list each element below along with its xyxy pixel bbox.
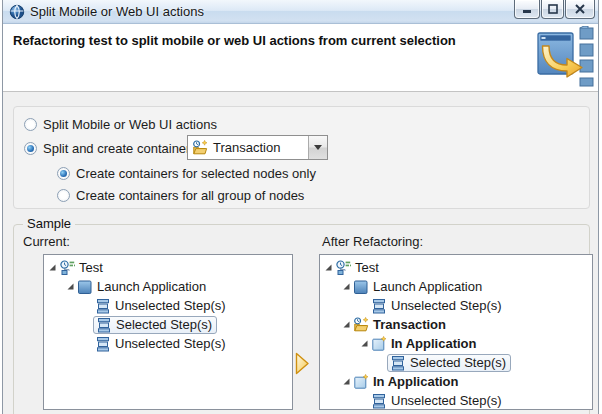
minimize-icon: [522, 5, 532, 14]
tree-item-label: Transaction: [373, 317, 446, 332]
radio-split-container[interactable]: Split and create container:: [24, 141, 194, 156]
combo-dropdown-button[interactable]: [308, 136, 327, 159]
in-app-icon: [371, 336, 387, 352]
tree-row[interactable]: Selected Step(s): [320, 353, 592, 372]
tree-row[interactable]: Test: [320, 258, 592, 277]
tree-item-label: Unselected Step(s): [115, 336, 226, 351]
step-icon: [371, 298, 387, 314]
radio-split-actions[interactable]: Split Mobile or Web UI actions: [24, 117, 217, 132]
tree-item-label: In Application: [391, 336, 476, 351]
expand-triangle-icon[interactable]: [324, 263, 335, 272]
expand-triangle-icon[interactable]: [48, 263, 59, 272]
step-icon: [95, 336, 111, 352]
radio-icon[interactable]: [24, 118, 37, 131]
app-globe-icon: [9, 4, 25, 20]
window-title: Split Mobile or Web UI actions: [30, 4, 204, 19]
close-icon: [575, 4, 585, 14]
radio-all-nodes[interactable]: Create containers for all group of nodes: [57, 188, 304, 203]
container-type-value: Transaction: [213, 140, 308, 155]
after-refactoring-tree[interactable]: TestLaunch ApplicationUnselected Step(s)…: [319, 254, 593, 410]
header-message: Refactoring test to split mobile or web …: [13, 33, 483, 48]
tree-row[interactable]: Launch Application: [44, 277, 292, 296]
tree-item-label: In Application: [373, 374, 458, 389]
step-icon: [390, 355, 406, 371]
container-type-combo[interactable]: Transaction: [187, 135, 328, 160]
window-controls: [513, 0, 595, 19]
maximize-icon: [548, 4, 558, 14]
radio-split-container-label: Split and create container:: [43, 141, 194, 156]
tree-item-label: Launch Application: [373, 279, 482, 294]
radio-selected-nodes-label: Create containers for selected nodes onl…: [76, 166, 316, 181]
sample-group-label: Sample: [23, 216, 75, 231]
expand-triangle-icon[interactable]: [66, 282, 77, 291]
step-icon: [96, 317, 112, 333]
tree-row[interactable]: Launch Application: [320, 277, 592, 296]
expand-triangle-icon[interactable]: [342, 320, 353, 329]
tree-item-label: Selected Step(s): [410, 355, 506, 370]
transfer-arrow-icon: [295, 352, 310, 378]
tree-row[interactable]: Selected Step(s): [44, 315, 292, 334]
expand-triangle-icon[interactable]: [342, 377, 353, 386]
transaction-icon: [192, 140, 208, 156]
test-icon: [335, 260, 351, 276]
expand-triangle-icon[interactable]: [342, 282, 353, 291]
tree-row[interactable]: In Application: [320, 372, 592, 391]
radio-icon[interactable]: [24, 142, 37, 155]
radio-icon[interactable]: [57, 189, 70, 202]
options-box: Split Mobile or Web UI actions Split and…: [13, 106, 590, 209]
radio-selected-nodes[interactable]: Create containers for selected nodes onl…: [57, 166, 316, 181]
radio-split-actions-label: Split Mobile or Web UI actions: [43, 117, 217, 132]
tree-item-label: Unselected Step(s): [391, 393, 502, 408]
expand-triangle-icon[interactable]: [360, 339, 371, 348]
close-button[interactable]: [565, 0, 595, 19]
tree-row[interactable]: Test: [44, 258, 292, 277]
transaction-icon: [353, 317, 369, 333]
tree-item-label: Unselected Step(s): [115, 298, 226, 313]
launch-app-icon: [77, 279, 93, 295]
step-icon: [95, 298, 111, 314]
after-tree-label: After Refactoring:: [322, 234, 423, 249]
tree-row[interactable]: Unselected Step(s): [44, 334, 292, 353]
radio-all-nodes-label: Create containers for all group of nodes: [76, 188, 304, 203]
sample-group: Sample Current: After Refactoring: TestL…: [13, 224, 590, 414]
current-tree-label: Current:: [23, 234, 70, 249]
in-app-icon: [353, 374, 369, 390]
refactor-banner-icon: [536, 26, 594, 93]
selected-tree-item[interactable]: Selected Step(s): [93, 316, 217, 334]
launch-app-icon: [353, 279, 369, 295]
step-icon: [371, 393, 387, 409]
tree-row[interactable]: Transaction: [320, 315, 592, 334]
test-icon: [59, 260, 75, 276]
dialog-window: Split Mobile or Web UI actions Refactori…: [2, 0, 599, 414]
tree-row[interactable]: Unselected Step(s): [44, 296, 292, 315]
tree-item-label: Test: [79, 260, 103, 275]
current-tree[interactable]: TestLaunch ApplicationUnselected Step(s)…: [43, 254, 293, 410]
minimize-button[interactable]: [514, 0, 540, 19]
title-bar[interactable]: Split Mobile or Web UI actions: [3, 0, 598, 24]
tree-item-label: Unselected Step(s): [391, 298, 502, 313]
dialog-header: Refactoring test to split mobile or web …: [3, 24, 598, 92]
chevron-down-icon: [314, 145, 322, 150]
selected-tree-item[interactable]: Selected Step(s): [387, 354, 511, 372]
radio-icon[interactable]: [57, 167, 70, 180]
tree-row[interactable]: In Application: [320, 334, 592, 353]
tree-item-label: Selected Step(s): [116, 317, 212, 332]
tree-row[interactable]: Unselected Step(s): [320, 296, 592, 315]
tree-item-label: Launch Application: [97, 279, 206, 294]
tree-item-label: Test: [355, 260, 379, 275]
maximize-button[interactable]: [541, 0, 564, 19]
tree-row[interactable]: Unselected Step(s): [320, 391, 592, 410]
